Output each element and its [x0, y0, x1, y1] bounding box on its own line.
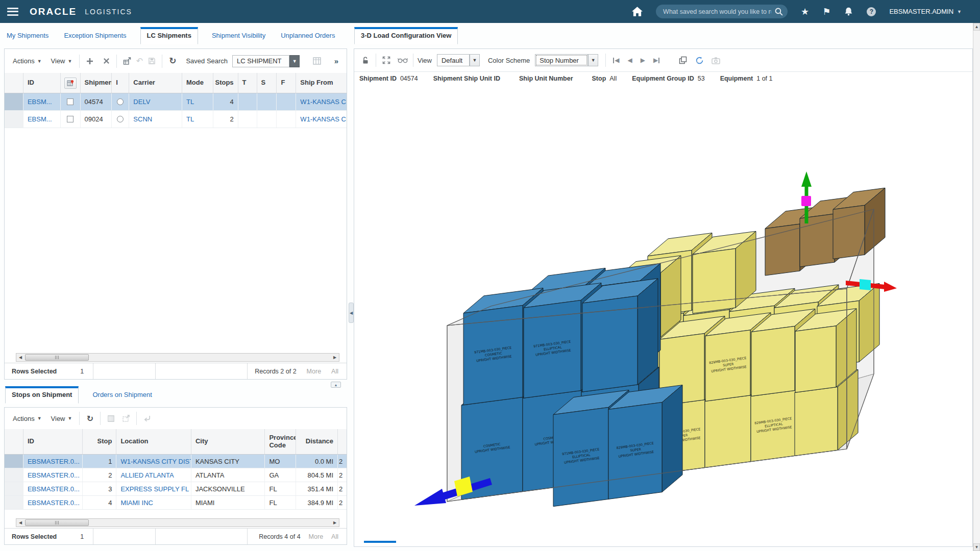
shipment-id-link[interactable]: EBSM...: [28, 115, 52, 123]
grid-button[interactable]: [311, 55, 323, 67]
location-link[interactable]: EXPRESS SUPPLY FL: [120, 485, 189, 493]
shipment-id-link[interactable]: EBSM...: [28, 98, 52, 106]
col-map[interactable]: [61, 73, 81, 93]
color-scheme-select[interactable]: Stop Number: [535, 54, 588, 66]
more-link[interactable]: More: [309, 533, 323, 540]
saved-search-select[interactable]: LC SHIPMENT: [232, 55, 289, 67]
col-carrier[interactable]: Carrier: [129, 73, 182, 93]
refresh-button[interactable]: ↻: [84, 412, 96, 424]
nav-next-button[interactable]: ▶: [641, 57, 645, 64]
indicator-radio[interactable]: [117, 98, 124, 105]
scroll-right-arrow[interactable]: ▶: [331, 519, 339, 527]
more-link[interactable]: More: [307, 368, 321, 375]
tab-3d-load-configuration[interactable]: 3-D Load Configuration View: [354, 27, 458, 44]
col-stops[interactable]: Stops: [213, 73, 238, 93]
table-row[interactable]: EBSMASTER.0... 4 MIAMI INC MIAMI FL 384.…: [5, 496, 347, 510]
col-distance[interactable]: Distance: [296, 429, 338, 454]
search-icon[interactable]: [774, 7, 783, 16]
hamburger-menu-icon[interactable]: [7, 8, 18, 16]
actions-menu-button[interactable]: Actions▼: [10, 55, 45, 67]
col-province-code[interactable]: Province Code: [265, 429, 296, 454]
table-row[interactable]: EBSM... 04574 DELV TL 4 W1-KANSAS CI: [5, 93, 347, 111]
table-row[interactable]: EBSM... 09024 SCNN TL 2 W1-KANSAS CI: [5, 111, 347, 128]
go-to-parent-button[interactable]: [141, 412, 153, 424]
tab-my-shipments[interactable]: My Shipments: [5, 28, 50, 44]
actions-menu-button[interactable]: Actions▼: [10, 413, 45, 424]
view-all-button[interactable]: [397, 54, 409, 66]
nav-last-button[interactable]: ▶: [653, 57, 659, 64]
page-vertical-scrollbar[interactable]: ▲ ▼: [973, 23, 980, 551]
refresh-3d-button[interactable]: [693, 54, 705, 66]
scroll-up-arrow[interactable]: ▲: [973, 23, 980, 31]
ship-from-link[interactable]: W1-KANSAS CI: [300, 115, 347, 123]
tab-unplanned-orders[interactable]: Unplanned Orders: [279, 28, 336, 44]
favorites-star-icon[interactable]: ★: [801, 7, 809, 16]
table-row[interactable]: EBSMASTER.0... 2 ALLIED ATLANTA ATLANTA …: [5, 468, 347, 482]
col-mode[interactable]: Mode: [182, 73, 213, 93]
ship-from-link[interactable]: W1-KANSAS CI: [300, 98, 347, 106]
view-dropdown-button[interactable]: ▼: [470, 54, 480, 66]
table-row[interactable]: EBSMASTER.0... 3 EXPRESS SUPPLY FL JACKS…: [5, 482, 347, 496]
col-ship-from[interactable]: Ship From: [296, 73, 347, 93]
mode-link[interactable]: TL: [186, 115, 194, 123]
col-city[interactable]: City: [191, 429, 265, 454]
view-menu-button[interactable]: View▼: [48, 55, 76, 67]
col-stop[interactable]: Stop: [83, 429, 117, 454]
add-button[interactable]: [84, 55, 96, 67]
checkbox[interactable]: [67, 98, 74, 105]
load-3d-canvas[interactable]: 829MB-003-030_PIECESUPERUPRIGHT WIDTHWIS…: [354, 86, 972, 545]
fit-to-window-button[interactable]: [380, 54, 393, 66]
panel-splitter-handle[interactable]: ◀: [349, 303, 354, 323]
stop-id-link[interactable]: EBSMASTER.0...: [28, 471, 80, 479]
stop-id-link[interactable]: EBSMASTER.0...: [28, 485, 80, 493]
horizontal-scrollbar[interactable]: ◀ ▶: [16, 353, 339, 362]
help-icon[interactable]: ?: [867, 7, 876, 16]
color-scheme-dropdown-button[interactable]: ▼: [588, 54, 598, 66]
carrier-link[interactable]: DELV: [133, 98, 150, 106]
delete-button[interactable]: [100, 55, 112, 67]
carrier-link[interactable]: SCNN: [133, 115, 152, 123]
scrollbar-thumb[interactable]: [25, 519, 89, 526]
undo-button[interactable]: ↶: [133, 55, 145, 67]
notifications-bell-icon[interactable]: [844, 7, 853, 16]
tab-lc-shipments[interactable]: LC Shipments: [140, 27, 198, 44]
location-link[interactable]: W1-KANSAS CITY DISTR...: [120, 458, 191, 465]
view-menu-button[interactable]: View▼: [48, 413, 76, 424]
home-icon[interactable]: [632, 7, 643, 16]
stop-id-link[interactable]: EBSMASTER.0...: [28, 499, 80, 507]
col-s[interactable]: S: [257, 73, 277, 93]
user-menu[interactable]: EBSMASTER.ADMIN ▼: [889, 8, 962, 15]
scroll-down-arrow[interactable]: ▼: [973, 543, 980, 551]
tab-shipment-visibility[interactable]: Shipment Visibility: [210, 28, 267, 44]
col-id[interactable]: ID: [23, 429, 83, 454]
location-link[interactable]: MIAMI INC: [120, 499, 153, 507]
save-button[interactable]: [145, 55, 158, 67]
checkbox[interactable]: [67, 116, 74, 122]
detach-table-button[interactable]: [121, 55, 133, 67]
view-select[interactable]: Default: [437, 54, 470, 66]
nav-prev-button[interactable]: ◀: [628, 57, 632, 64]
col-location[interactable]: Location: [116, 429, 191, 454]
saved-search-dropdown-button[interactable]: ▼: [289, 55, 300, 67]
col-f[interactable]: F: [277, 73, 296, 93]
mode-link[interactable]: TL: [186, 98, 194, 106]
snapshot-button[interactable]: [709, 54, 722, 66]
search-input[interactable]: [656, 5, 788, 18]
refresh-button[interactable]: ↻: [166, 55, 179, 67]
col-i[interactable]: I: [112, 73, 129, 93]
scroll-left-arrow[interactable]: ◀: [16, 519, 24, 527]
tab-orders-on-shipment[interactable]: Orders on Shipment: [91, 387, 153, 403]
tab-stops-on-shipment[interactable]: Stops on Shipment: [5, 386, 79, 404]
detach-table-button[interactable]: [120, 412, 132, 424]
indicator-radio[interactable]: [117, 116, 124, 122]
scroll-right-arrow[interactable]: ▶: [331, 354, 339, 361]
scrollbar-thumb[interactable]: [25, 354, 89, 361]
freeze-button[interactable]: [105, 412, 117, 424]
all-link[interactable]: All: [331, 368, 338, 375]
nav-first-button[interactable]: ◀: [613, 57, 619, 64]
col-t[interactable]: T: [238, 73, 257, 93]
col-id[interactable]: ID: [23, 73, 61, 93]
location-link[interactable]: ALLIED ATLANTA: [120, 471, 174, 479]
col-shipment[interactable]: Shipment: [81, 73, 112, 93]
lock-button[interactable]: [359, 54, 372, 66]
